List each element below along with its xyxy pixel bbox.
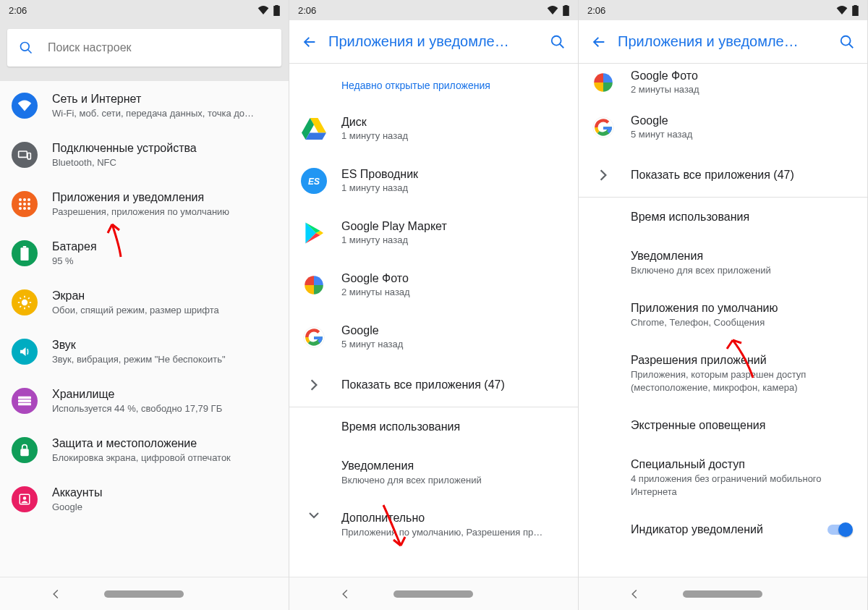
apps-scroll[interactable]: Недавно открытые приложения Диск 1 минут… [289, 64, 578, 577]
svg-point-6 [19, 198, 22, 201]
app-row-google-photos[interactable]: Google Фото 2 минуты назад [289, 259, 578, 311]
search-icon [19, 41, 33, 55]
settings-list[interactable]: Сеть и Интернет Wi-Fi, моб. сети, переда… [0, 81, 289, 577]
svg-point-31 [23, 496, 27, 500]
app-row-google[interactable]: Google 5 минут назад [289, 311, 578, 363]
pref-notifications[interactable]: Уведомления Включено для всех приложений [579, 237, 867, 289]
svg-point-11 [27, 203, 30, 206]
svg-rect-16 [20, 247, 28, 260]
status-time: 2:06 [9, 5, 27, 16]
nav-back-icon[interactable] [629, 589, 639, 599]
app-bar: Приложения и уведомле… [579, 20, 867, 64]
svg-rect-38 [852, 6, 859, 16]
svg-rect-26 [18, 397, 31, 399]
devices-icon [12, 142, 38, 168]
search-button[interactable] [542, 26, 574, 58]
svg-line-22 [20, 297, 21, 299]
search-button[interactable] [831, 26, 863, 58]
setting-title: Сеть и Интернет [52, 91, 277, 107]
setting-security-location[interactable]: Защита и местоположение Блокировка экран… [0, 425, 289, 475]
svg-point-9 [19, 203, 22, 206]
nav-bar [289, 577, 578, 610]
setting-display[interactable]: Экран Обои, спящий режим, размер шрифта [0, 278, 289, 327]
phone-2-apps: 2:06 Приложения и уведомле… Недавно откр… [289, 0, 579, 610]
setting-storage[interactable]: Хранилище Используется 44 %, свободно 17… [0, 376, 289, 425]
svg-point-2 [21, 43, 30, 51]
drive-icon [301, 116, 327, 142]
account-icon [12, 486, 38, 512]
setting-network[interactable]: Сеть и Интернет Wi-Fi, моб. сети, переда… [0, 81, 289, 130]
pref-special-access[interactable]: Специальный доступ 4 приложения без огра… [579, 445, 867, 510]
svg-rect-4 [19, 151, 27, 157]
pref-app-permissions[interactable]: Разрешения приложений Приложения, которы… [579, 341, 867, 406]
google-icon [301, 324, 327, 350]
wifi-icon [258, 6, 269, 14]
play-store-icon [301, 220, 327, 246]
lock-icon [12, 437, 38, 463]
battery-icon [852, 5, 859, 16]
nav-bar [579, 577, 867, 610]
pref-screen-time[interactable]: Время использования [289, 407, 578, 446]
app-row-google-photos[interactable]: Google Фото 2 минуты назад [579, 64, 867, 101]
pref-more[interactable]: Дополнительно Приложения по умолчанию, Р… [289, 499, 578, 551]
pref-screen-time[interactable]: Время использования [579, 198, 867, 237]
wifi-icon [836, 6, 848, 14]
svg-line-41 [849, 43, 854, 48]
apps-icon [12, 191, 38, 217]
svg-point-34 [552, 35, 561, 45]
svg-rect-27 [18, 399, 31, 402]
app-row-play-market[interactable]: Google Play Маркет 1 минуту назад [289, 207, 578, 259]
nav-back-icon[interactable] [51, 589, 61, 599]
nav-home-pill[interactable] [393, 590, 473, 598]
svg-point-17 [22, 300, 27, 305]
back-button[interactable] [583, 26, 615, 58]
status-icons [547, 5, 569, 16]
app-row-google[interactable]: Google 5 минут назад [579, 101, 867, 153]
setting-connected-devices[interactable]: Подключенные устройства Bluetooth, NFC [0, 130, 289, 179]
pref-notifications[interactable]: Уведомления Включено для всех приложений [289, 446, 578, 499]
svg-rect-39 [854, 5, 856, 7]
nav-home-pill[interactable] [683, 590, 762, 598]
setting-sub: Wi-Fi, моб. сети, передача данных, точка… [52, 107, 277, 120]
phone-1-settings: 2:06 Поиск настроек Сеть и Интернет [0, 0, 289, 610]
setting-sound[interactable]: Звук Звук, вибрация, режим "Не беспокоит… [0, 327, 289, 376]
toggle-on[interactable] [827, 522, 853, 537]
setting-apps-notifications[interactable]: Приложения и уведомления Разрешения, при… [0, 179, 289, 229]
svg-line-3 [28, 50, 32, 54]
status-icons [836, 5, 859, 16]
battery-icon [273, 5, 280, 16]
app-row-es-explorer[interactable]: ES ES Проводник 1 минуту назад [289, 155, 578, 207]
svg-rect-32 [563, 6, 569, 16]
back-button[interactable] [294, 26, 326, 58]
pref-notification-indicator[interactable]: Индикатор уведомлений [579, 510, 867, 549]
nav-back-icon[interactable] [340, 589, 350, 599]
nav-bar [0, 577, 289, 610]
appbar-title: Приложения и уведомле… [615, 33, 831, 50]
nav-home-pill[interactable] [104, 590, 184, 598]
google-photos-icon [590, 69, 616, 96]
appbar-title: Приложения и уведомле… [326, 33, 542, 50]
status-time: 2:06 [298, 5, 316, 16]
svg-line-25 [28, 297, 30, 299]
app-row-drive[interactable]: Диск 1 минуту назад [289, 103, 578, 155]
search-settings[interactable]: Поиск настроек [7, 29, 281, 67]
wifi-icon [12, 93, 38, 119]
pref-default-apps[interactable]: Приложения по умолчанию Chrome, Телефон,… [579, 289, 867, 341]
apps-scroll[interactable]: Google Фото 2 минуты назад Google 5 мину… [579, 64, 867, 577]
svg-line-24 [20, 306, 21, 308]
show-all-apps[interactable]: Показать все приложения (47) [289, 363, 578, 407]
wifi-icon [547, 6, 558, 14]
setting-battery[interactable]: Батарея 95 % [0, 229, 289, 278]
status-bar: 2:06 [0, 0, 289, 20]
chevron-right-icon [590, 169, 616, 182]
svg-point-8 [27, 198, 30, 201]
battery-icon [12, 240, 38, 266]
pref-emergency-alerts[interactable]: Экстренные оповещения [579, 406, 867, 445]
es-explorer-icon: ES [301, 168, 327, 194]
chevron-right-icon [301, 378, 327, 391]
svg-line-23 [28, 306, 30, 308]
google-photos-icon [301, 272, 327, 298]
svg-point-10 [23, 203, 26, 206]
setting-accounts[interactable]: Аккаунты Google [0, 475, 289, 524]
show-all-apps[interactable]: Показать все приложения (47) [579, 153, 867, 197]
